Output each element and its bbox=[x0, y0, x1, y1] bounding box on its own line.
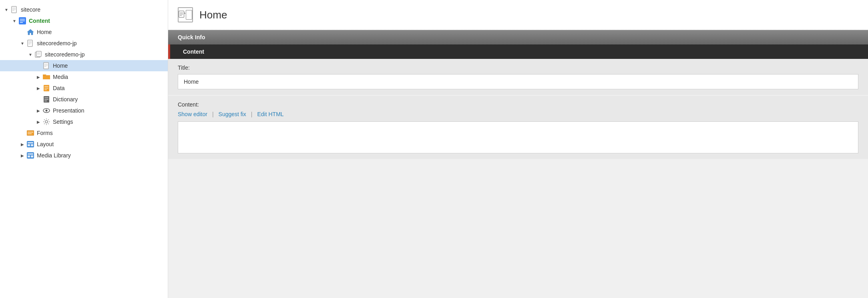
suggest-fix-link[interactable]: Suggest fix bbox=[219, 111, 246, 117]
title-field-value[interactable]: Home bbox=[178, 74, 858, 89]
icon-gear bbox=[42, 118, 50, 126]
main-header: Home bbox=[168, 0, 868, 30]
sidebar-item-home[interactable]: Home bbox=[0, 26, 168, 38]
label-sitecoredemo-jp-1: sitecoredemo-jp bbox=[37, 40, 77, 46]
sidebar-item-sitecoredemo-jp-2[interactable]: sitecoredemo-jp bbox=[0, 49, 168, 60]
sidebar-item-dictionary[interactable]: Dictionary bbox=[0, 94, 168, 105]
svg-rect-9 bbox=[28, 40, 32, 46]
sidebar-item-media-library[interactable]: Media Library bbox=[0, 150, 168, 161]
icon-eye bbox=[42, 107, 50, 115]
label-settings: Settings bbox=[53, 119, 73, 125]
label-dictionary: Dictionary bbox=[53, 96, 78, 103]
label-presentation: Presentation bbox=[53, 107, 84, 114]
label-sitecore: sitecore bbox=[21, 6, 40, 13]
chevron-layout[interactable] bbox=[19, 141, 26, 147]
svg-rect-0 bbox=[12, 6, 16, 13]
svg-rect-38 bbox=[28, 144, 30, 146]
icon-home bbox=[26, 28, 34, 36]
chevron-settings[interactable] bbox=[35, 119, 42, 125]
icon-page bbox=[10, 6, 18, 14]
svg-rect-39 bbox=[31, 144, 33, 146]
sidebar-item-media[interactable]: Media bbox=[0, 71, 168, 83]
svg-rect-36 bbox=[27, 141, 34, 147]
svg-rect-40 bbox=[27, 152, 34, 159]
content-section-bar: Content bbox=[168, 44, 868, 59]
svg-rect-21 bbox=[43, 75, 50, 76]
sidebar-item-forms[interactable]: Forms bbox=[0, 127, 168, 139]
sidebar-item-layout[interactable]: Layout bbox=[0, 139, 168, 150]
sidebar-item-settings[interactable]: Settings bbox=[0, 116, 168, 127]
icon-page2 bbox=[34, 50, 42, 58]
content-bar-label: Content bbox=[175, 44, 212, 59]
icon-page bbox=[42, 62, 50, 70]
sidebar: sitecoreContentHomesitecoredemo-jpsiteco… bbox=[0, 0, 168, 298]
sidebar-item-home-selected[interactable]: Home bbox=[0, 60, 168, 71]
chevron-media-library[interactable] bbox=[19, 152, 26, 159]
content-field-section: Content: Show editor | Suggest fix | Edi… bbox=[168, 96, 868, 159]
icon-folder bbox=[42, 73, 50, 81]
sidebar-item-data[interactable]: Data bbox=[0, 83, 168, 94]
main-content: Home Quick Info Content Title: Home Cont… bbox=[168, 0, 868, 298]
svg-rect-43 bbox=[31, 155, 33, 157]
show-editor-link[interactable]: Show editor bbox=[178, 111, 207, 117]
title-field-section: Title: Home bbox=[168, 59, 868, 95]
svg-rect-33 bbox=[27, 131, 34, 135]
label-media: Media bbox=[53, 74, 68, 80]
svg-rect-37 bbox=[28, 142, 33, 143]
label-home: Home bbox=[37, 29, 52, 35]
icon-forms bbox=[26, 129, 34, 137]
sidebar-item-sitecoredemo-jp-1[interactable]: sitecoredemo-jp bbox=[0, 38, 168, 49]
page-icon bbox=[178, 7, 193, 22]
label-home-selected: Home bbox=[53, 62, 68, 69]
svg-point-31 bbox=[46, 110, 48, 112]
svg-rect-42 bbox=[28, 155, 30, 157]
sidebar-item-content[interactable]: Content bbox=[0, 15, 168, 26]
page-title: Home bbox=[199, 9, 227, 21]
icon-page bbox=[26, 39, 34, 47]
content-actions: Show editor | Suggest fix | Edit HTML bbox=[178, 111, 858, 117]
svg-rect-17 bbox=[44, 62, 48, 69]
sidebar-item-sitecore[interactable]: sitecore bbox=[0, 4, 168, 15]
chevron-sitecoredemo-jp-2[interactable] bbox=[27, 51, 34, 58]
label-media-library: Media Library bbox=[37, 152, 71, 159]
quick-info-bar: Quick Info bbox=[168, 30, 868, 44]
label-forms: Forms bbox=[37, 130, 53, 136]
svg-rect-41 bbox=[28, 153, 33, 155]
chevron-content[interactable] bbox=[11, 18, 18, 24]
svg-point-32 bbox=[45, 121, 48, 123]
content-field-label: Content: bbox=[178, 101, 858, 108]
chevron-media[interactable] bbox=[35, 74, 42, 80]
label-sitecoredemo-jp-2: sitecoredemo-jp bbox=[45, 51, 85, 58]
edit-html-link[interactable]: Edit HTML bbox=[257, 111, 283, 117]
title-field-label: Title: bbox=[178, 64, 858, 71]
label-layout: Layout bbox=[37, 141, 54, 147]
svg-marker-8 bbox=[27, 29, 34, 35]
icon-data bbox=[42, 84, 50, 92]
icon-dictionary bbox=[42, 95, 50, 103]
divider-1: | bbox=[212, 111, 214, 117]
chevron-presentation[interactable] bbox=[35, 107, 42, 114]
icon-layout bbox=[26, 140, 34, 148]
content-textarea[interactable] bbox=[178, 121, 858, 153]
chevron-sitecore[interactable] bbox=[3, 6, 10, 13]
divider-2: | bbox=[251, 111, 253, 117]
icon-layout bbox=[26, 151, 34, 159]
label-content: Content bbox=[29, 18, 50, 24]
red-accent-bar bbox=[168, 44, 170, 59]
chevron-data[interactable] bbox=[35, 85, 42, 91]
sidebar-item-presentation[interactable]: Presentation bbox=[0, 105, 168, 116]
label-data: Data bbox=[53, 85, 65, 91]
icon-content bbox=[18, 17, 26, 25]
chevron-sitecoredemo-jp-1[interactable] bbox=[19, 40, 26, 46]
